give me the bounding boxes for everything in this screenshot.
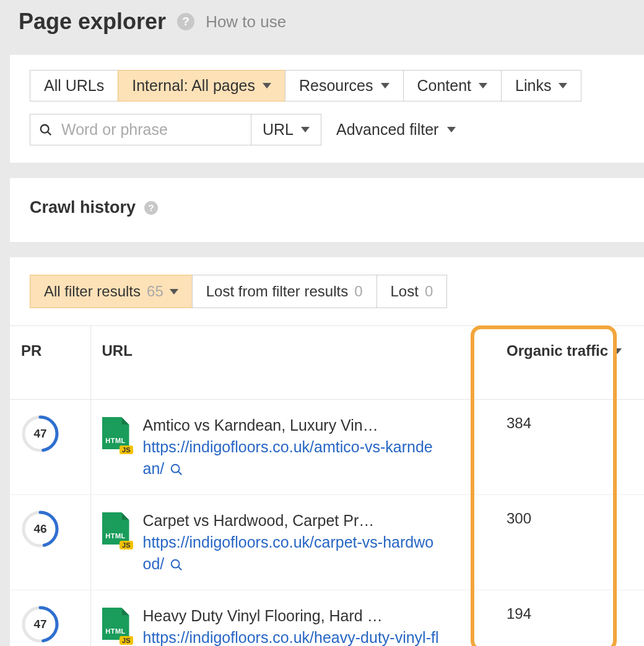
svg-line-5 [178,472,181,475]
table-row: 47 HTML JS Amtico vs Karndean, Luxury Vi… [10,400,644,495]
col-header-traffic-label: Organic traffic [507,342,608,360]
advanced-filter-label: Advanced filter [336,121,438,139]
pr-value: 47 [33,618,46,631]
pr-gauge: 46 [21,510,59,548]
chevron-down-icon [301,127,310,132]
tab-all-filter-results[interactable]: All filter results 65 [30,275,193,308]
advanced-filter[interactable]: Advanced filter [336,121,456,139]
table-row: 46 HTML JS Carpet vs Hardwood, Carpet Pr… [10,495,644,590]
inspect-icon[interactable] [170,460,183,482]
filter-resources-label: Resources [299,77,373,95]
page-url-link[interactable]: https://indigofloors.co.uk/amtico-vs-kar… [143,438,433,477]
pr-value: 46 [33,522,46,536]
filter-content[interactable]: Content [403,70,502,101]
filter-links[interactable]: Links [501,70,581,101]
html-file-icon: HTML JS [102,608,129,642]
search-icon [39,123,53,137]
inspect-icon[interactable] [170,556,183,577]
cell-url: HTML JS Heavy Duty Vinyl Flooring, Hard … [90,590,495,647]
table-row: 47 HTML JS Heavy Duty Vinyl Flooring, Ha… [10,590,644,647]
chevron-down-icon [170,289,178,295]
tab-lost-count: 0 [425,283,433,300]
page-url-link[interactable]: https://indigofloors.co.uk/heavy-duty-vi… [143,629,439,646]
tab-lost-filter-label: Lost from filter results [206,283,348,300]
filter-all-urls[interactable]: All URLs [30,70,118,101]
page-title-text: Amtico vs Karndean, Luxury Vin… [143,415,428,436]
url-scope-label: URL [263,121,294,139]
chevron-down-icon [479,83,487,88]
page-title-text: Heavy Duty Vinyl Flooring, Hard … [143,605,428,627]
pr-gauge: 47 [21,415,59,453]
crawl-history-title: Crawl history [30,198,136,217]
page-url-link[interactable]: https://indigofloors.co.uk/carpet-vs-har… [143,533,434,572]
tab-lost-label: Lost [391,283,419,300]
cell-traffic: 300 [495,495,644,590]
js-badge: JS [120,636,133,645]
filter-resources[interactable]: Resources [285,70,404,101]
col-header-pr[interactable]: PR [10,326,90,400]
cell-url: HTML JS Amtico vs Karndean, Luxury Vin… … [90,400,495,495]
url-scope-select[interactable]: URL [251,114,321,145]
js-badge: JS [120,446,133,454]
tab-all-label: All filter results [44,283,141,300]
tab-all-count: 65 [147,283,163,300]
cell-url: HTML JS Carpet vs Hardwood, Carpet Pr… h… [90,495,495,590]
tab-lost-from-filter[interactable]: Lost from filter results 0 [192,275,377,308]
pr-gauge: 47 [21,605,59,644]
html-file-icon: HTML JS [102,417,129,452]
page-title-text: Carpet vs Hardwood, Carpet Pr… [143,510,428,532]
col-header-url[interactable]: URL [90,326,495,400]
filter-internal[interactable]: Internal: All pages [118,70,285,101]
filter-all-urls-label: All URLs [44,77,104,95]
chevron-down-icon [381,83,389,88]
col-header-traffic[interactable]: Organic traffic [495,326,644,400]
page-title: Page explorer [19,9,166,35]
cell-traffic: 384 [495,400,644,495]
pr-value: 47 [33,427,46,441]
cell-pr: 47 [10,400,90,495]
cell-traffic: 194 [495,590,644,647]
svg-line-9 [178,567,181,570]
search-input[interactable] [61,121,242,139]
filter-links-label: Links [515,77,551,95]
filter-internal-label: Internal: All pages [132,77,255,95]
chevron-down-icon [447,127,456,132]
how-to-use-link[interactable]: How to use [206,12,286,32]
results-table: PR URL Organic traffic 47 [10,325,644,646]
tab-lost[interactable]: Lost 0 [376,275,448,308]
svg-point-0 [41,124,49,132]
cell-pr: 47 [10,590,90,647]
html-file-icon: HTML JS [102,512,129,547]
svg-point-4 [172,465,180,473]
sort-desc-icon [613,348,622,354]
js-badge: JS [120,541,133,549]
svg-line-1 [48,132,51,135]
cell-pr: 46 [10,495,90,590]
chevron-down-icon [559,83,567,88]
tab-lost-filter-count: 0 [354,283,362,300]
svg-point-8 [172,560,180,568]
search-box[interactable] [30,114,251,145]
filter-content-label: Content [417,77,472,95]
help-icon[interactable]: ? [177,13,194,30]
help-icon[interactable]: ? [144,201,158,215]
chevron-down-icon [263,83,271,88]
